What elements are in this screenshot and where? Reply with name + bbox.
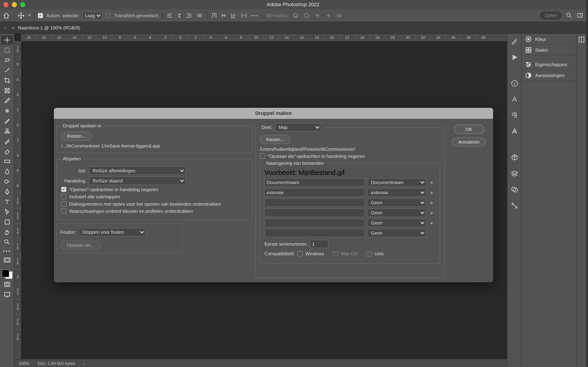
panel-color[interactable]: Kleur	[522, 34, 576, 45]
panel-channels-icon[interactable]	[509, 184, 519, 195]
tool-history-brush[interactable]	[1, 136, 13, 146]
tool-move[interactable]	[1, 35, 13, 45]
align-top-icon[interactable]	[211, 11, 218, 19]
tool-shape[interactable]	[1, 217, 13, 227]
tool-dodge[interactable]	[1, 177, 13, 186]
status-chevron-icon[interactable]: ›	[84, 361, 85, 366]
panel-layers-icon[interactable]	[509, 168, 519, 179]
panel-actions-icon[interactable]	[509, 52, 519, 62]
choose-dest-button[interactable]: Kiezen...	[260, 135, 290, 144]
naming-field-5[interactable]	[264, 229, 365, 237]
cb-compat-unix[interactable]	[366, 251, 372, 257]
cb-override-saveas[interactable]	[260, 153, 265, 159]
transform-checkbox[interactable]	[106, 13, 111, 18]
panel-swatches[interactable]: Stalen	[522, 45, 576, 56]
naming-plus-0: +	[429, 179, 434, 185]
panel-adjustments[interactable]: Aanpassingen	[522, 70, 576, 81]
dest-dropdown[interactable]: Map	[275, 123, 321, 132]
tool-lasso[interactable]	[1, 56, 13, 65]
tool-type[interactable]	[1, 197, 13, 206]
document-tabs: « × Naamloos-1 @ 100% (RGB/8)	[0, 22, 586, 33]
tool-gradient[interactable]	[1, 157, 13, 166]
auto-select-dropdown[interactable]: Laag	[83, 11, 102, 19]
naming-field-3[interactable]	[264, 209, 365, 217]
tab-close-icon[interactable]: ×	[12, 25, 15, 30]
naming-field-4[interactable]	[264, 218, 365, 227]
share-button[interactable]: Delen	[540, 11, 562, 19]
panel-brushes-icon[interactable]	[509, 36, 519, 46]
tool-crop[interactable]	[1, 76, 13, 85]
naming-select-0[interactable]: Documentnaam	[367, 178, 426, 187]
naming-select-1[interactable]: extensie	[367, 188, 426, 197]
panel-3d-icon[interactable]	[509, 153, 519, 163]
panel-info-icon[interactable]	[509, 78, 519, 89]
svg-point-28	[527, 62, 528, 63]
document-tab[interactable]: Naamloos-1 @ 100% (RGB/8)	[18, 25, 80, 30]
align-bottom-icon[interactable]	[229, 11, 237, 19]
svg-rect-25	[529, 47, 531, 50]
action-dropdown[interactable]: ReSize staand	[89, 176, 186, 185]
ok-button[interactable]: OK	[454, 125, 484, 134]
tool-wand[interactable]	[1, 66, 13, 75]
panel-paragraph-icon[interactable]	[509, 110, 519, 120]
tool-stamp[interactable]	[1, 126, 13, 136]
tool-path-select[interactable]	[1, 207, 13, 217]
tool-more-icon[interactable]: •••	[3, 248, 11, 254]
svg-point-29	[529, 64, 530, 65]
more-options-icon[interactable]: •••	[251, 11, 259, 19]
tool-blur[interactable]	[1, 167, 13, 176]
zoom-level[interactable]: 100%	[19, 361, 29, 366]
panel-properties[interactable]: Eigenschappen	[522, 59, 576, 70]
serial-input[interactable]	[310, 240, 328, 248]
tool-screenmode[interactable]	[1, 290, 13, 299]
cb-override-open[interactable]: ✓	[61, 187, 67, 192]
tool-editmode[interactable]	[1, 255, 13, 265]
cb-include-subfolders[interactable]	[61, 194, 67, 199]
choose-save-location-button[interactable]: Kiezen...	[61, 132, 92, 141]
3d-rotate-icon	[303, 11, 310, 19]
tool-hand[interactable]	[1, 227, 13, 237]
align-left-icon[interactable]	[166, 11, 174, 19]
cb-suppress-color-warnings[interactable]	[61, 208, 67, 214]
cb-compat-windows[interactable]	[297, 251, 303, 257]
naming-select-4[interactable]: Geen	[367, 218, 426, 227]
panel-glyphs-icon[interactable]	[509, 126, 519, 136]
tool-eyedropper[interactable]	[1, 96, 13, 105]
svg-point-1	[305, 13, 309, 17]
naming-select-2[interactable]: Geen	[367, 198, 426, 207]
align-right-icon[interactable]	[185, 11, 193, 19]
auto-select-checkbox[interactable]: ✓	[38, 13, 43, 18]
align-spacing-icon[interactable]	[240, 11, 248, 19]
color-swatch[interactable]	[1, 268, 12, 279]
naming-select-5[interactable]: Geen	[367, 229, 426, 237]
panel-character-icon[interactable]	[509, 94, 519, 105]
tool-frame[interactable]	[1, 86, 13, 95]
main-area: ••• 201816141210864202468101214161820222…	[0, 34, 586, 367]
errors-dropdown[interactable]: Stoppen voor fouten	[79, 228, 146, 236]
align-hcenter-icon[interactable]	[176, 11, 183, 19]
naming-field-2[interactable]	[264, 198, 365, 207]
tool-marquee[interactable]	[1, 45, 13, 55]
tool-eraser[interactable]	[1, 147, 13, 156]
tool-heal[interactable]	[1, 106, 13, 115]
tool-zoom[interactable]	[1, 238, 13, 247]
tool-brush[interactable]	[1, 116, 13, 125]
panel-paths-icon[interactable]	[509, 201, 519, 211]
doc-info[interactable]: Doc: 1,69 M/0 bytes	[38, 361, 75, 366]
3d-scale-icon	[336, 11, 343, 19]
cancel-button[interactable]: Annuleren	[452, 137, 486, 147]
tool-quickmask[interactable]	[1, 280, 13, 289]
tool-pen[interactable]	[1, 187, 13, 196]
set-dropdown[interactable]: ReSize afbeeldingen	[89, 166, 186, 175]
naming-field-1[interactable]	[264, 188, 365, 197]
distribute-icon[interactable]	[196, 11, 204, 19]
cb-suppress-open-dialogs[interactable]	[61, 201, 67, 206]
file-naming-group: Naamgeving van bestanden Voorbeeld: Mijn…	[260, 160, 440, 264]
svg-rect-8	[4, 160, 9, 163]
align-vcenter-icon[interactable]	[220, 11, 228, 19]
search-icon[interactable]	[565, 11, 573, 19]
workspace-icon[interactable]	[576, 11, 584, 19]
naming-field-0[interactable]	[264, 178, 365, 187]
home-button[interactable]	[2, 11, 10, 19]
naming-select-3[interactable]: Geen	[367, 209, 426, 217]
